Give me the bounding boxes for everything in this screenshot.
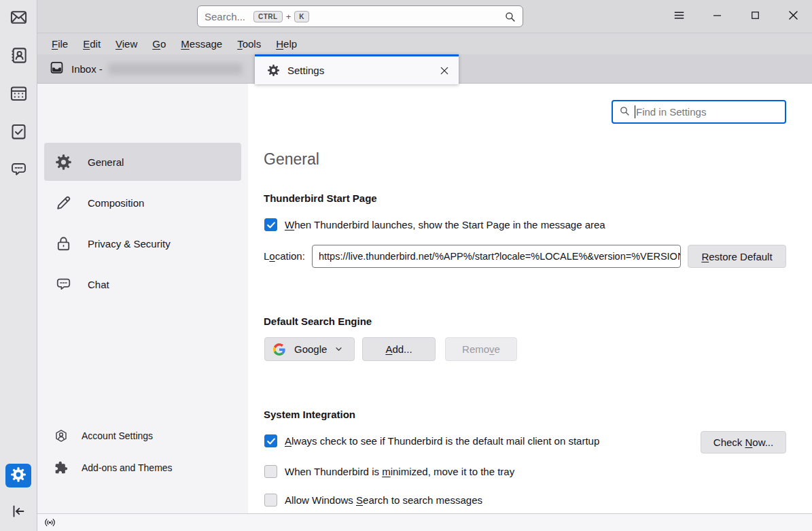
- search-icon: [619, 105, 630, 119]
- pencil-icon: [54, 194, 72, 211]
- chat-icon: [10, 160, 28, 182]
- menu-help[interactable]: Help: [268, 35, 304, 52]
- checkbox-windows-search[interactable]: [264, 494, 277, 507]
- menu-tools[interactable]: Tools: [230, 35, 268, 52]
- puzzle-icon: [54, 461, 68, 475]
- broadcast-status-icon[interactable]: [43, 516, 56, 529]
- section-heading-system-integration: System Integration: [264, 409, 355, 420]
- spaces-toolbar: [0, 0, 37, 531]
- app-menu-button[interactable]: [668, 5, 690, 27]
- lock-icon: [54, 235, 72, 252]
- settings-sidebar: General Composition Privacy & Security C…: [37, 84, 248, 513]
- find-placeholder: Find in Settings: [636, 106, 706, 118]
- redacted-account-name: [108, 63, 243, 75]
- gear-icon: [54, 153, 72, 171]
- collapse-icon: [10, 503, 27, 522]
- checkbox-row-default-mail-check[interactable]: Always check to see if Thunderbird is th…: [264, 434, 599, 447]
- location-label: Location:: [264, 250, 305, 262]
- chat-space-button[interactable]: [7, 160, 30, 181]
- sidebar-item-account-settings[interactable]: Account Settings: [44, 422, 241, 450]
- menu-edit[interactable]: Edit: [75, 35, 108, 52]
- sidebar-item-privacy-security[interactable]: Privacy & Security: [44, 224, 241, 262]
- window-controls: [668, 5, 804, 27]
- close-window-button[interactable]: [782, 5, 804, 27]
- menu-go[interactable]: Go: [145, 35, 173, 52]
- collapse-spaces-button[interactable]: [7, 502, 30, 523]
- restore-default-button[interactable]: Restore Default: [688, 245, 786, 268]
- settings-tab-label: Settings: [287, 65, 324, 76]
- menubar: File Edit View Go Message Tools Help: [37, 33, 812, 54]
- settings-space-button[interactable]: [5, 464, 31, 487]
- checkbox-row-show-start-page[interactable]: When Thunderbird launches, show the Star…: [264, 218, 605, 231]
- tasks-space-button[interactable]: [7, 122, 30, 143]
- minimize-icon: [711, 9, 724, 24]
- plus-sign: +: [286, 12, 292, 22]
- check-now-button[interactable]: Check Now...: [701, 431, 786, 453]
- tasks-icon: [10, 122, 28, 143]
- menu-message[interactable]: Message: [173, 35, 230, 52]
- close-icon: [787, 9, 800, 24]
- titlebar: Search... CTRL + K: [37, 0, 812, 33]
- maximize-icon: [749, 9, 762, 24]
- settings-tab-gear-icon: [267, 64, 280, 77]
- calendar-space-button[interactable]: [7, 84, 30, 105]
- menu-view[interactable]: View: [108, 35, 145, 52]
- search-placeholder: Search...: [205, 11, 245, 22]
- search-engine-dropdown[interactable]: Google: [264, 337, 355, 361]
- chevron-down-icon: [334, 344, 344, 354]
- chat-bubbles-icon: [54, 275, 72, 293]
- minimize-button[interactable]: [706, 5, 728, 27]
- text-caret: [635, 105, 635, 118]
- checkbox-row-windows-search[interactable]: Allow Windows Search to search messages: [264, 494, 482, 507]
- settings-main-panel: Find in Settings General Thunderbird Sta…: [248, 84, 812, 513]
- add-search-engine-button[interactable]: Add...: [362, 337, 436, 361]
- google-logo-icon: [273, 343, 285, 356]
- status-bar: [37, 513, 812, 531]
- close-tab-button[interactable]: [439, 65, 450, 76]
- search-engine-selected: Google: [294, 343, 327, 355]
- search-icon: [504, 11, 516, 22]
- global-search-input[interactable]: Search... CTRL + K: [197, 5, 523, 27]
- sidebar-item-composition[interactable]: Composition: [44, 184, 241, 222]
- maximize-button[interactable]: [744, 5, 766, 27]
- account-icon: [54, 429, 68, 443]
- k-key-badge: K: [294, 11, 309, 22]
- checkbox-minimize-to-tray[interactable]: [264, 465, 277, 478]
- remove-search-engine-button: Remove: [445, 337, 517, 361]
- ctrl-key-badge: CTRL: [253, 11, 283, 22]
- inbox-icon: [50, 61, 64, 78]
- calendar-icon: [10, 84, 28, 105]
- inbox-tab-label: Inbox -: [71, 63, 103, 75]
- find-in-settings-input[interactable]: Find in Settings: [612, 100, 786, 124]
- checkbox-show-start-page[interactable]: [264, 218, 277, 231]
- hamburger-icon: [673, 9, 686, 24]
- address-book-icon: [10, 46, 28, 67]
- checkbox-default-mail-check[interactable]: [264, 434, 277, 447]
- sidebar-item-general[interactable]: General: [44, 143, 241, 181]
- tab-settings[interactable]: Settings: [255, 54, 459, 84]
- checkbox-row-minimize-to-tray[interactable]: When Thunderbird is minimized, move it t…: [264, 465, 514, 478]
- location-input[interactable]: https://live.thunderbird.net/%APP%/start…: [312, 245, 681, 268]
- tab-bar: Inbox - Settings: [37, 54, 812, 84]
- menu-file[interactable]: File: [44, 35, 75, 52]
- mail-icon: [10, 8, 28, 29]
- settings-gear-icon: [10, 466, 27, 485]
- page-title: General: [264, 150, 319, 169]
- tab-inbox[interactable]: Inbox -: [44, 54, 243, 84]
- section-heading-search-engine: Default Search Engine: [264, 315, 372, 327]
- thunderbird-window: Search... CTRL + K File Edit View Go Mes…: [0, 0, 812, 531]
- sidebar-item-addons-themes[interactable]: Add-ons and Themes: [44, 453, 241, 482]
- section-heading-start-page: Thunderbird Start Page: [264, 192, 377, 204]
- sidebar-item-chat[interactable]: Chat: [44, 265, 241, 303]
- address-book-space-button[interactable]: [7, 46, 30, 67]
- mail-space-button[interactable]: [7, 8, 30, 29]
